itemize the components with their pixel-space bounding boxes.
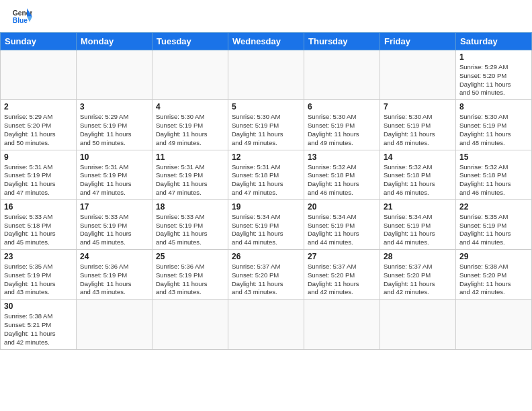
day-number: 16: [4, 202, 73, 212]
day-number: 28: [384, 252, 452, 261]
column-header-thursday: Thursday: [304, 33, 380, 50]
calendar-cell: 8Sunrise: 5:30 AM Sunset: 5:19 PM Daylig…: [456, 100, 532, 150]
day-number: 25: [156, 252, 224, 261]
calendar-cell: 16Sunrise: 5:33 AM Sunset: 5:18 PM Dayli…: [1, 199, 77, 249]
day-number: 4: [156, 102, 224, 111]
day-number: 3: [80, 102, 148, 111]
day-number: 1: [459, 52, 528, 62]
calendar-week-row: 16Sunrise: 5:33 AM Sunset: 5:18 PM Dayli…: [1, 199, 532, 249]
calendar-cell: [228, 50, 304, 100]
day-info: Sunrise: 5:38 AM Sunset: 5:20 PM Dayligh…: [459, 263, 528, 297]
calendar-week-row: 23Sunrise: 5:35 AM Sunset: 5:19 PM Dayli…: [1, 250, 532, 300]
calendar-week-row: 2Sunrise: 5:29 AM Sunset: 5:20 PM Daylig…: [1, 100, 532, 150]
day-number: 7: [384, 102, 452, 111]
logo: General Blue: [12, 7, 32, 26]
day-info: Sunrise: 5:33 AM Sunset: 5:18 PM Dayligh…: [4, 213, 73, 247]
calendar-week-row: 30Sunrise: 5:38 AM Sunset: 5:21 PM Dayli…: [1, 300, 532, 349]
calendar-cell: 30Sunrise: 5:38 AM Sunset: 5:21 PM Dayli…: [1, 300, 77, 349]
calendar-cell: 13Sunrise: 5:32 AM Sunset: 5:18 PM Dayli…: [304, 150, 380, 199]
calendar-cell: 21Sunrise: 5:34 AM Sunset: 5:19 PM Dayli…: [380, 199, 456, 249]
day-info: Sunrise: 5:30 AM Sunset: 5:19 PM Dayligh…: [156, 113, 224, 147]
day-info: Sunrise: 5:35 AM Sunset: 5:19 PM Dayligh…: [459, 213, 528, 247]
svg-text:Blue: Blue: [13, 17, 28, 24]
day-info: Sunrise: 5:32 AM Sunset: 5:18 PM Dayligh…: [459, 163, 528, 197]
day-info: Sunrise: 5:29 AM Sunset: 5:19 PM Dayligh…: [80, 113, 148, 147]
calendar-cell: 22Sunrise: 5:35 AM Sunset: 5:19 PM Dayli…: [456, 199, 532, 249]
day-info: Sunrise: 5:31 AM Sunset: 5:18 PM Dayligh…: [232, 163, 300, 197]
day-info: Sunrise: 5:29 AM Sunset: 5:20 PM Dayligh…: [459, 63, 528, 97]
calendar-cell: [380, 300, 456, 349]
calendar-cell: 19Sunrise: 5:34 AM Sunset: 5:19 PM Dayli…: [228, 199, 304, 249]
calendar-cell: 23Sunrise: 5:35 AM Sunset: 5:19 PM Dayli…: [1, 250, 77, 300]
day-number: 14: [384, 152, 452, 162]
day-number: 17: [80, 202, 148, 212]
day-info: Sunrise: 5:31 AM Sunset: 5:19 PM Dayligh…: [80, 163, 148, 197]
calendar-cell: 27Sunrise: 5:37 AM Sunset: 5:20 PM Dayli…: [304, 250, 380, 300]
column-header-sunday: Sunday: [1, 33, 77, 50]
calendar-cell: 28Sunrise: 5:37 AM Sunset: 5:20 PM Dayli…: [380, 250, 456, 300]
day-number: 30: [4, 302, 73, 311]
calendar-table: SundayMondayTuesdayWednesdayThursdayFrid…: [0, 32, 532, 350]
day-info: Sunrise: 5:30 AM Sunset: 5:19 PM Dayligh…: [384, 113, 452, 147]
calendar-cell: 3Sunrise: 5:29 AM Sunset: 5:19 PM Daylig…: [77, 100, 152, 150]
day-number: 2: [4, 102, 73, 111]
day-number: 13: [308, 152, 376, 162]
day-number: 10: [80, 152, 148, 162]
calendar-cell: 1Sunrise: 5:29 AM Sunset: 5:20 PM Daylig…: [456, 50, 532, 100]
calendar-cell: [456, 300, 532, 349]
calendar-cell: [380, 50, 456, 100]
calendar-cell: [1, 50, 77, 100]
calendar-cell: 4Sunrise: 5:30 AM Sunset: 5:19 PM Daylig…: [152, 100, 228, 150]
day-info: Sunrise: 5:36 AM Sunset: 5:19 PM Dayligh…: [156, 263, 224, 297]
calendar-header-row: SundayMondayTuesdayWednesdayThursdayFrid…: [1, 33, 532, 50]
column-header-wednesday: Wednesday: [228, 33, 304, 50]
day-info: Sunrise: 5:30 AM Sunset: 5:19 PM Dayligh…: [232, 113, 300, 147]
calendar-week-row: 1Sunrise: 5:29 AM Sunset: 5:20 PM Daylig…: [1, 50, 532, 100]
column-header-monday: Monday: [77, 33, 152, 50]
svg-marker-3: [27, 17, 32, 22]
day-info: Sunrise: 5:30 AM Sunset: 5:19 PM Dayligh…: [459, 113, 528, 147]
day-number: 8: [459, 102, 528, 111]
day-info: Sunrise: 5:33 AM Sunset: 5:19 PM Dayligh…: [156, 213, 224, 247]
day-number: 5: [232, 102, 300, 111]
day-info: Sunrise: 5:30 AM Sunset: 5:19 PM Dayligh…: [308, 113, 376, 147]
day-info: Sunrise: 5:37 AM Sunset: 5:20 PM Dayligh…: [308, 263, 376, 297]
calendar-cell: 9Sunrise: 5:31 AM Sunset: 5:19 PM Daylig…: [1, 150, 77, 199]
calendar-cell: 5Sunrise: 5:30 AM Sunset: 5:19 PM Daylig…: [228, 100, 304, 150]
day-number: 23: [4, 252, 73, 261]
day-number: 22: [459, 202, 528, 212]
calendar-cell: [77, 300, 152, 349]
day-info: Sunrise: 5:34 AM Sunset: 5:19 PM Dayligh…: [384, 213, 452, 247]
calendar-cell: 12Sunrise: 5:31 AM Sunset: 5:18 PM Dayli…: [228, 150, 304, 199]
day-number: 6: [308, 102, 376, 111]
day-info: Sunrise: 5:34 AM Sunset: 5:19 PM Dayligh…: [308, 213, 376, 247]
day-info: Sunrise: 5:34 AM Sunset: 5:19 PM Dayligh…: [232, 213, 300, 247]
day-info: Sunrise: 5:31 AM Sunset: 5:19 PM Dayligh…: [4, 163, 73, 197]
calendar-cell: 2Sunrise: 5:29 AM Sunset: 5:20 PM Daylig…: [1, 100, 77, 150]
day-number: 20: [308, 202, 376, 212]
calendar-cell: 20Sunrise: 5:34 AM Sunset: 5:19 PM Dayli…: [304, 199, 380, 249]
calendar-cell: [152, 300, 228, 349]
day-info: Sunrise: 5:31 AM Sunset: 5:19 PM Dayligh…: [156, 163, 224, 197]
calendar-cell: 6Sunrise: 5:30 AM Sunset: 5:19 PM Daylig…: [304, 100, 380, 150]
calendar-cell: 14Sunrise: 5:32 AM Sunset: 5:18 PM Dayli…: [380, 150, 456, 199]
day-number: 15: [459, 152, 528, 162]
calendar-cell: [304, 300, 380, 349]
day-number: 18: [156, 202, 224, 212]
calendar-cell: 10Sunrise: 5:31 AM Sunset: 5:19 PM Dayli…: [77, 150, 152, 199]
day-number: 9: [4, 152, 73, 162]
page-header: General Blue: [0, 0, 532, 28]
column-header-saturday: Saturday: [456, 33, 532, 50]
calendar-cell: [152, 50, 228, 100]
calendar-cell: 7Sunrise: 5:30 AM Sunset: 5:19 PM Daylig…: [380, 100, 456, 150]
column-header-friday: Friday: [380, 33, 456, 50]
day-number: 12: [232, 152, 300, 162]
calendar-cell: 15Sunrise: 5:32 AM Sunset: 5:18 PM Dayli…: [456, 150, 532, 199]
calendar-cell: 26Sunrise: 5:37 AM Sunset: 5:20 PM Dayli…: [228, 250, 304, 300]
day-info: Sunrise: 5:37 AM Sunset: 5:20 PM Dayligh…: [232, 263, 300, 297]
day-info: Sunrise: 5:32 AM Sunset: 5:18 PM Dayligh…: [308, 163, 376, 197]
day-number: 21: [384, 202, 452, 212]
calendar-cell: [228, 300, 304, 349]
calendar-cell: [77, 50, 152, 100]
day-info: Sunrise: 5:37 AM Sunset: 5:20 PM Dayligh…: [384, 263, 452, 297]
